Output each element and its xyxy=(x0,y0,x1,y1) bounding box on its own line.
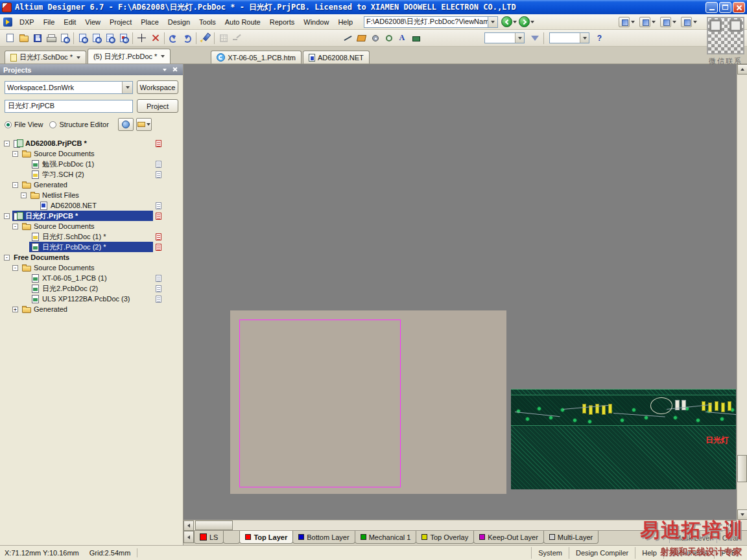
chevron-down-icon[interactable] xyxy=(77,56,80,59)
zoom-fit-sheet-button[interactable] xyxy=(89,31,103,45)
edit-pen-button[interactable] xyxy=(198,31,212,45)
tree-item[interactable]: 日光2.PcbDoc (2) xyxy=(29,283,153,294)
tree-collapse-box[interactable]: - xyxy=(4,213,10,219)
panel-menu-button[interactable] xyxy=(160,65,169,74)
chevron-down-icon[interactable] xyxy=(161,55,165,58)
open-document-button[interactable] xyxy=(17,31,30,45)
layer-tab-blank[interactable] xyxy=(223,531,240,544)
vertical-scrollbar[interactable] xyxy=(737,64,747,520)
address-dropdown-button[interactable] xyxy=(488,16,498,28)
tree-row[interactable]: 日光灯.SchDoc (1) * xyxy=(0,231,183,242)
panel-open-split-button[interactable] xyxy=(136,118,152,131)
document-tab[interactable]: XT-06-05_1.PCB.htm xyxy=(211,51,302,64)
place-polygon-button[interactable] xyxy=(355,31,368,45)
menu-view[interactable]: View xyxy=(80,16,105,29)
layer-tab-top-overlay[interactable]: Top Overlay xyxy=(416,531,474,544)
close-button[interactable] xyxy=(733,2,745,13)
tree-item[interactable]: 勉强.PcbDoc (1) xyxy=(29,159,153,169)
place-line-button[interactable] xyxy=(341,31,355,45)
tree-collapse-box[interactable]: - xyxy=(21,192,27,198)
menu-design[interactable]: Design xyxy=(163,16,195,29)
status-panel-help[interactable]: Help xyxy=(635,547,663,559)
tree-item[interactable]: 日光灯.SchDoc (1) * xyxy=(29,231,153,242)
menu-tools[interactable]: Tools xyxy=(195,16,220,29)
layer-tab-bottom-layer[interactable]: Bottom Layer xyxy=(292,531,355,544)
menu-file[interactable]: File xyxy=(39,16,60,29)
layer-set-tab[interactable]: LS xyxy=(194,531,224,544)
tree-item[interactable]: Source Documents xyxy=(21,148,153,159)
tree-item[interactable]: ULS XP1122BA.PcbDoc (3) xyxy=(29,294,153,304)
layer-tabs-scroll-left-button[interactable] xyxy=(184,531,194,543)
toolbar-combo[interactable] xyxy=(549,32,589,43)
tree-row[interactable]: -Generated xyxy=(0,180,183,190)
tree-row[interactable]: XT-06-05_1.PCB (1) xyxy=(0,273,183,283)
menu-help[interactable]: Help xyxy=(333,16,357,29)
zoom-fit-document-button[interactable] xyxy=(76,31,89,45)
workspace-combo[interactable]: Workspace1.DsnWrk xyxy=(5,81,133,94)
tree-row[interactable]: -AD62008.PrjPCB * xyxy=(0,138,183,148)
scroll-left-button[interactable] xyxy=(184,520,194,531)
cross-probe-button[interactable] xyxy=(135,31,148,45)
forward-button[interactable] xyxy=(519,16,530,27)
tree-item[interactable]: Source Documents xyxy=(21,221,153,231)
layer-tab-mechanical-1[interactable]: Mechanical 1 xyxy=(355,531,417,544)
wiring-toolbar-button[interactable] xyxy=(619,17,635,27)
help-button[interactable] xyxy=(593,31,606,45)
print-preview-button[interactable] xyxy=(58,31,71,45)
back-history-dropdown[interactable] xyxy=(513,21,517,23)
menu-auto-route[interactable]: Auto Route xyxy=(220,16,265,29)
minimize-button[interactable] xyxy=(706,2,718,13)
tree-item[interactable]: Source Documents xyxy=(21,262,153,273)
place-pad-button[interactable] xyxy=(368,31,382,45)
workspace-button[interactable]: Workspace xyxy=(137,80,178,94)
redo-button[interactable] xyxy=(180,31,194,45)
structure-editor-radio[interactable] xyxy=(49,121,56,128)
tree-exp-box[interactable]: + xyxy=(12,307,18,312)
tree-collapse-box[interactable]: - xyxy=(12,182,18,188)
tree-item[interactable]: Generated xyxy=(21,180,153,190)
tree-item[interactable]: Free Documents xyxy=(12,252,153,262)
status-panel-system[interactable]: System xyxy=(531,547,569,559)
tree-collapse-box[interactable]: - xyxy=(12,151,18,157)
filter-toolbar-button[interactable] xyxy=(681,17,697,27)
save-document-button[interactable] xyxy=(30,31,44,45)
menu-edit[interactable]: Edit xyxy=(59,16,80,29)
layer-tab-top-layer[interactable]: Top Layer xyxy=(239,531,293,544)
layer-tab-keep-out-layer[interactable]: Keep-Out Layer xyxy=(473,531,544,544)
tree-item[interactable]: Generated xyxy=(21,304,153,314)
undo-button[interactable] xyxy=(167,31,180,45)
tree-row[interactable]: -日光灯.PrjPCB * xyxy=(0,211,183,221)
document-tab[interactable]: (5) 日光灯.PcbDoc * xyxy=(88,49,171,64)
menu-project[interactable]: Project xyxy=(105,16,136,29)
tree-collapse-box[interactable]: - xyxy=(12,265,18,271)
tree-collapse-box[interactable]: - xyxy=(4,141,10,146)
snap-grid-button[interactable] xyxy=(217,31,230,45)
workspace-combo-dropdown[interactable] xyxy=(122,82,132,93)
tree-item[interactable]: 日光灯.PrjPCB * xyxy=(12,211,153,221)
toolbar-combo[interactable] xyxy=(484,32,525,43)
layer-tab-multi-layer[interactable]: Multi-Layer xyxy=(543,531,599,544)
place-via-button[interactable] xyxy=(382,31,396,45)
menu-window[interactable]: Window xyxy=(299,16,333,29)
zoom-area-button[interactable] xyxy=(103,31,117,45)
tree-row[interactable]: -Source Documents xyxy=(0,148,183,159)
combo-dropdown-button[interactable] xyxy=(580,33,589,43)
tree-collapse-box[interactable]: - xyxy=(4,255,10,261)
tree-row[interactable]: +Generated xyxy=(0,304,183,314)
tree-row[interactable]: 日光2.PcbDoc (2) xyxy=(0,283,183,294)
tree-item[interactable]: AD62008.PrjPCB * xyxy=(12,138,153,148)
tree-item[interactable]: XT-06-05_1.PCB (1) xyxy=(29,273,153,283)
tree-row[interactable]: 日光灯.PcbDoc (2) * xyxy=(0,242,183,252)
address-input[interactable]: F:\AD62008\日光灯.PcbDoc?ViewNam xyxy=(364,16,488,28)
tree-collapse-box[interactable]: - xyxy=(12,224,18,229)
maximize-button[interactable] xyxy=(719,2,731,13)
vertical-scroll-thumb[interactable] xyxy=(737,455,747,482)
tree-row[interactable]: -Source Documents xyxy=(0,221,183,231)
document-tab[interactable]: AD62008.NET xyxy=(303,51,370,64)
interactive-routing-button[interactable] xyxy=(230,31,244,45)
back-button[interactable] xyxy=(501,16,512,27)
menu-place[interactable]: Place xyxy=(136,16,163,29)
project-button[interactable]: Project xyxy=(137,99,178,113)
horizontal-scroll-thumb[interactable] xyxy=(195,520,233,530)
file-view-radio[interactable] xyxy=(5,121,12,128)
